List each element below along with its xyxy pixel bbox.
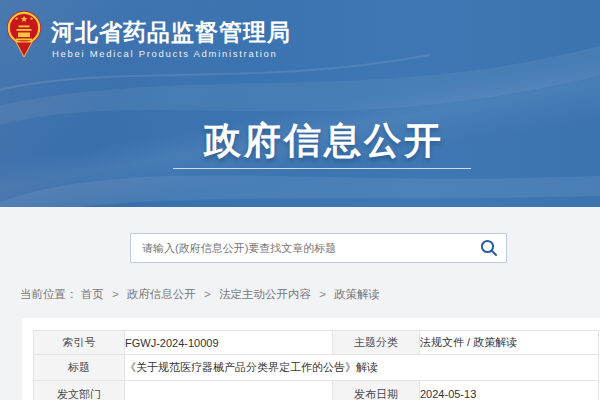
breadcrumb-item-statutory-content[interactable]: 法定主动公开内容 [219, 288, 311, 300]
breadcrumb: 当前位置： 首页 > 政府信息公开 > 法定主动公开内容 > 政策解读 [20, 287, 380, 302]
site-name: 河北省药品监督管理局 [51, 19, 291, 45]
title-label: 标题 [34, 355, 125, 381]
content-area: 当前位置： 首页 > 政府信息公开 > 法定主动公开内容 > 政策解读 索引号 … [0, 207, 600, 400]
table-row: 发文部门 发布日期 2024-05-13 [34, 381, 599, 400]
index-number-value: FGWJ-2024-10009 [125, 331, 333, 355]
china-national-emblem-icon: ★ ★ ★ [6, 7, 42, 59]
breadcrumb-separator: > [319, 288, 326, 300]
svg-text:★: ★ [14, 16, 18, 21]
site-logo[interactable]: ★ ★ ★ 河北省药品监督管理局 Hebei Medical Products … [6, 7, 291, 59]
search-button[interactable] [472, 234, 506, 262]
index-number-label: 索引号 [34, 331, 125, 355]
document-meta-table: 索引号 FGWJ-2024-10009 主题分类 法规文件 / 政策解读 标题 … [33, 330, 599, 400]
breadcrumb-item-info-disclosure[interactable]: 政府信息公开 [127, 288, 196, 300]
page: ★ ★ ★ 河北省药品监督管理局 Hebei Medical Products … [0, 0, 600, 400]
publish-date-value: 2024-05-13 [420, 381, 599, 400]
svg-text:★: ★ [29, 16, 33, 21]
site-name-english: Hebei Medical Products Administration [52, 48, 291, 59]
brand-text: 河北省药品监督管理局 Hebei Medical Products Admini… [51, 7, 291, 59]
topic-category-label: 主题分类 [333, 331, 420, 355]
table-row: 标题 《关于规范医疗器械产品分类界定工作的公告》解读 [34, 355, 599, 381]
table-row: 索引号 FGWJ-2024-10009 主题分类 法规文件 / 政策解读 [34, 331, 599, 355]
breadcrumb-item-home[interactable]: 首页 [81, 288, 104, 300]
breadcrumb-label: 当前位置： [20, 288, 78, 300]
breadcrumb-separator: > [204, 288, 211, 300]
issuing-department-label: 发文部门 [34, 381, 125, 400]
title-value: 《关于规范医疗器械产品分类界定工作的公告》解读 [125, 355, 599, 381]
topic-category-value: 法规文件 / 政策解读 [420, 331, 599, 355]
document-card: 索引号 FGWJ-2024-10009 主题分类 法规文件 / 政策解读 标题 … [22, 318, 600, 400]
breadcrumb-separator: > [112, 288, 119, 300]
issuing-department-value [125, 381, 333, 400]
page-title: 政府信息公开 [24, 116, 600, 166]
search-box [130, 233, 507, 263]
search-icon [480, 239, 498, 257]
breadcrumb-item-policy-interpretation[interactable]: 政策解读 [334, 288, 380, 300]
svg-text:★: ★ [20, 14, 28, 24]
publish-date-label: 发布日期 [333, 381, 420, 400]
title-underline [173, 168, 471, 169]
search-input[interactable] [131, 234, 472, 262]
hero-banner: ★ ★ ★ 河北省药品监督管理局 Hebei Medical Products … [0, 0, 600, 207]
